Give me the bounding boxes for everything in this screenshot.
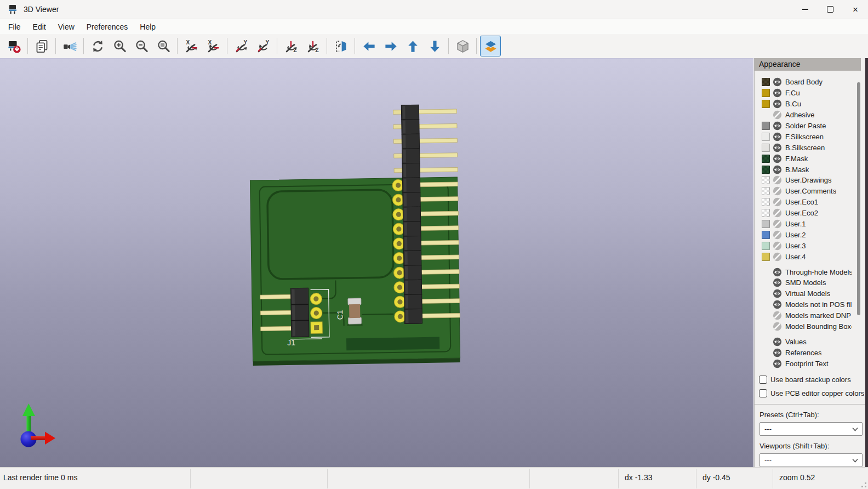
move-right-button[interactable]: [380, 36, 401, 56]
rotate-z-counterclockwise-button[interactable]: Z: [302, 36, 323, 56]
refresh-view-button[interactable]: [87, 36, 108, 56]
visibility-on-eye-icon[interactable]: [773, 300, 782, 309]
move-left-button[interactable]: [358, 36, 379, 56]
visibility-on-eye-icon[interactable]: [773, 154, 782, 163]
layer-row[interactable]: User.2: [755, 229, 868, 240]
visibility-on-eye-icon[interactable]: [773, 359, 782, 368]
model-option-row[interactable]: Models marked DNP: [755, 310, 868, 321]
layer-color-swatch[interactable]: [762, 187, 770, 195]
layer-row[interactable]: F.Silkscreen: [755, 131, 868, 142]
move-up-button[interactable]: [402, 36, 423, 56]
layer-row[interactable]: User.Eco1: [755, 197, 868, 208]
layer-color-swatch[interactable]: [762, 100, 770, 108]
flip-board-button[interactable]: [330, 36, 351, 56]
layer-color-swatch[interactable]: [762, 78, 770, 86]
zoom-in-button[interactable]: [109, 36, 130, 56]
menu-item-view[interactable]: View: [52, 19, 81, 34]
model-option-row[interactable]: Model Bounding Boxes: [755, 321, 868, 332]
layer-color-swatch[interactable]: [762, 89, 770, 97]
layer-row[interactable]: B.Silkscreen: [755, 142, 868, 153]
zoom-out-button[interactable]: [131, 36, 152, 56]
3d-viewport-canvas[interactable]: J1 C1: [0, 58, 753, 467]
close-button[interactable]: ×: [843, 0, 868, 19]
layer-color-swatch[interactable]: [762, 253, 770, 261]
layer-row[interactable]: B.Mask: [755, 164, 868, 175]
rotate-y-clockwise-button[interactable]: Y: [231, 36, 252, 56]
model-option-row[interactable]: Virtual Models: [755, 288, 868, 299]
layer-row[interactable]: User.Comments: [755, 186, 868, 197]
copy-image-button[interactable]: [31, 36, 52, 56]
move-down-button[interactable]: [424, 36, 445, 56]
minimize-button[interactable]: [792, 0, 818, 19]
maximize-button[interactable]: [818, 0, 843, 19]
resize-grip[interactable]: [860, 481, 866, 487]
layer-row[interactable]: Adhesive: [755, 110, 868, 121]
model-option-row[interactable]: SMD Models: [755, 277, 868, 288]
visibility-off-eye-icon[interactable]: [773, 230, 782, 240]
layer-color-swatch[interactable]: [762, 166, 770, 174]
layer-color-swatch[interactable]: [762, 122, 770, 130]
layer-row[interactable]: Board Body: [755, 77, 868, 88]
layer-row[interactable]: F.Mask: [755, 153, 868, 164]
visibility-on-eye-icon[interactable]: [773, 348, 782, 357]
text-option-row[interactable]: Footprint Text: [755, 358, 868, 369]
visibility-on-eye-icon[interactable]: [773, 165, 782, 174]
checkbox-row[interactable]: Use board stackup colors: [755, 373, 868, 386]
orthographic-projection-button[interactable]: [452, 36, 473, 56]
visibility-on-eye-icon[interactable]: [773, 132, 782, 141]
panel-scrollbar-thumb[interactable]: [857, 82, 860, 315]
layer-row[interactable]: User.1: [755, 219, 868, 230]
visibility-on-eye-icon[interactable]: [773, 88, 782, 98]
layer-row[interactable]: F.Cu: [755, 88, 868, 99]
model-option-row[interactable]: Through-hole Models: [755, 266, 868, 277]
layer-row[interactable]: User.Eco2: [755, 208, 868, 219]
visibility-off-eye-icon[interactable]: [773, 322, 782, 331]
menu-item-file[interactable]: File: [2, 19, 27, 34]
visibility-on-eye-icon[interactable]: [773, 278, 782, 287]
menu-item-edit[interactable]: Edit: [27, 19, 52, 34]
menu-item-preferences[interactable]: Preferences: [81, 19, 134, 34]
checkbox[interactable]: [759, 389, 767, 397]
layer-row[interactable]: User.3: [755, 240, 868, 251]
presets-select[interactable]: ---: [760, 422, 863, 436]
layer-color-swatch[interactable]: [762, 176, 770, 184]
zoom-to-fit-button[interactable]: [153, 36, 174, 56]
checkbox[interactable]: [759, 376, 767, 384]
text-option-row[interactable]: References: [755, 347, 868, 358]
raytracing-toggle-button[interactable]: [480, 36, 501, 56]
visibility-on-eye-icon[interactable]: [773, 289, 782, 298]
reload-board-button[interactable]: [3, 36, 24, 56]
model-option-row[interactable]: Models not in POS files: [755, 299, 868, 310]
visibility-on-eye-icon[interactable]: [773, 337, 782, 346]
menu-item-help[interactable]: Help: [134, 19, 162, 34]
visibility-on-eye-icon[interactable]: [773, 121, 782, 130]
visibility-on-eye-icon[interactable]: [773, 77, 782, 87]
layer-color-swatch[interactable]: [762, 242, 770, 250]
layer-row[interactable]: Solder Paste: [755, 121, 868, 132]
checkbox-row[interactable]: Use PCB editor copper colors: [755, 386, 868, 400]
visibility-off-eye-icon[interactable]: [773, 241, 782, 251]
layer-color-swatch[interactable]: [762, 155, 770, 163]
visibility-off-eye-icon[interactable]: [773, 197, 782, 207]
layer-color-swatch[interactable]: [762, 198, 770, 206]
rotate-x-clockwise-button[interactable]: X: [181, 36, 202, 56]
visibility-on-eye-icon[interactable]: [773, 99, 782, 109]
layer-color-swatch[interactable]: [762, 209, 770, 217]
visibility-on-eye-icon[interactable]: [773, 143, 782, 152]
visibility-off-eye-icon[interactable]: [773, 175, 782, 185]
layer-color-swatch[interactable]: [762, 133, 770, 141]
layer-row[interactable]: User.Drawings: [755, 175, 868, 186]
visibility-off-eye-icon[interactable]: [773, 208, 782, 218]
rotate-y-counterclockwise-button[interactable]: Y: [253, 36, 273, 56]
rotate-z-clockwise-button[interactable]: Z: [281, 36, 301, 56]
layer-color-swatch[interactable]: [762, 231, 770, 239]
visibility-on-eye-icon[interactable]: [773, 268, 782, 277]
visibility-off-eye-icon[interactable]: [773, 252, 782, 261]
viewports-select[interactable]: ---: [760, 453, 863, 467]
layer-row[interactable]: B.Cu: [755, 99, 868, 110]
visibility-off-eye-icon[interactable]: [773, 219, 782, 229]
rotate-x-counterclockwise-button[interactable]: X: [203, 36, 224, 56]
visibility-off-eye-icon[interactable]: [773, 186, 782, 196]
visibility-off-eye-icon[interactable]: [773, 311, 782, 320]
layer-color-swatch[interactable]: [762, 220, 770, 228]
